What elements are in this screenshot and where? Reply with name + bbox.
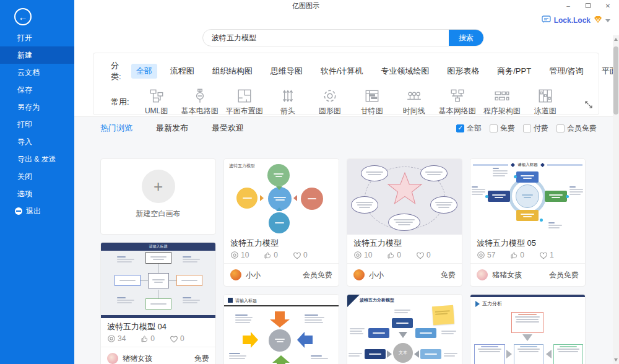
likes-stat[interactable]: 0 [141,334,155,343]
common-arrows[interactable]: 箭头 [271,88,305,116]
maximize-button[interactable] [578,0,598,11]
template-card-porter-05[interactable]: 请输入标题 [470,158,586,287]
main-area: Lock.Lock 搜索 分类: 全部 流程图 组织结构图 思维导图 软件/计算… [74,11,619,364]
author-avatar [353,269,365,280]
tab-newest[interactable]: 最新发布 [156,123,188,134]
sidebar-item-save-as[interactable]: 另存为 [0,98,74,116]
template-card-five-force[interactable]: 五力分析 [470,294,586,364]
back-arrow-icon: ← [19,12,28,22]
close-button[interactable]: ✕ [598,0,618,11]
vip-badge-icon [594,15,602,25]
price-label: 会员免费 [549,270,579,280]
template-card-porter-analysis[interactable]: 波特五力分析模型 文本 [347,294,462,364]
template-title: 波特五力模型 [347,235,462,247]
titlebar: 亿图图示 – ✕ [74,0,619,11]
category-all[interactable]: 全部 [131,64,157,79]
author-name: 猪猪女孩 [492,270,522,280]
common-swimlane[interactable]: 泳道图 [528,88,563,116]
category-mindmap[interactable]: 思维导图 [266,64,308,79]
tab-hot[interactable]: 热门浏览 [100,123,132,134]
architecture-icon [494,88,510,104]
new-canvas-label: 新建空白画布 [101,209,215,219]
category-management[interactable]: 管理/咨询 [544,64,589,79]
common-gantt[interactable]: 甘特图 [355,88,389,116]
template-title: 波特五力模型 04 [101,318,215,331]
sidebar-item-import[interactable]: 导入 [0,133,74,150]
sidebar-item-new[interactable]: 新建 [0,46,74,64]
common-circular[interactable]: 圆形图 [313,88,347,116]
template-thumbnail: 波特五力分析模型 文本 [347,295,462,364]
price-label: 会员免费 [303,270,332,280]
common-architecture[interactable]: 程序架构图 [483,88,521,116]
checkbox-paid-box[interactable] [523,124,531,132]
checkbox-paid[interactable]: 付费 [523,123,548,134]
categories-label: 分类: [111,60,121,82]
category-professional[interactable]: 专业领域绘图 [376,64,434,79]
sidebar-item-print[interactable]: 打印 [0,116,74,133]
views-stat: 10 [230,251,249,259]
views-stat: 34 [107,334,126,343]
scroll-down-icon[interactable] [614,358,618,362]
template-thumbnail: 五力分析 [470,295,585,364]
quit-minus-icon [15,207,22,215]
author-name: 猪猪女孩 [123,353,152,364]
swimlane-icon [537,88,553,104]
scroll-up-icon[interactable] [614,38,618,41]
likes-stat[interactable]: 0 [387,251,401,259]
scrollbar-thumb[interactable] [613,46,618,115]
sidebar-item-save[interactable]: 保存 [0,81,74,98]
checkbox-free-box[interactable] [490,124,498,132]
template-card-porter-star[interactable]: 波特五力模型 10 0 0 小小 免费 [347,158,462,287]
back-button[interactable]: ← [14,8,32,25]
plus-icon[interactable]: + [142,170,175,203]
template-card-porter-arrows[interactable]: 请输入标题 [223,294,339,364]
common-uml[interactable]: UML图 [139,88,174,116]
template-card-porter-04[interactable]: 请输入标题 [100,242,216,364]
checkbox-all[interactable]: 全部 [456,123,482,134]
account-dropdown-icon[interactable] [605,19,610,22]
checkbox-member-free[interactable]: 会员免费 [556,123,597,134]
checkbox-all-box[interactable] [456,124,464,132]
sidebar-item-close[interactable]: 关闭 [0,168,74,185]
common-network[interactable]: 基本网络图 [439,88,476,116]
favorites-stat[interactable]: 0 [293,251,308,259]
sidebar-item-cloud[interactable]: 云文档 [0,64,74,81]
favorites-stat[interactable]: 1 [539,251,554,259]
common-floorplan[interactable]: 平面布置图 [226,88,263,116]
scrollbar[interactable] [613,35,619,364]
sidebar-item-open[interactable]: 打开 [0,29,74,46]
views-stat: 57 [477,251,495,259]
category-business-ppt[interactable]: 商务/PPT [492,64,536,79]
message-icon[interactable] [542,15,551,25]
template-card-porter-bubbles[interactable]: 波特五力模型 波特五力模型 10 0 [223,158,339,287]
sidebar-item-export-send[interactable]: 导出 & 发送 [0,150,74,168]
search-button[interactable]: 搜索 [449,29,483,46]
likes-stat[interactable]: 0 [264,251,278,259]
category-flowchart[interactable]: 流程图 [165,64,199,79]
template-title: 波特五力模型 05 [470,235,585,247]
search-bar: 搜索 [202,29,484,46]
price-label: 免费 [194,353,209,364]
account-area: Lock.Lock [542,15,610,25]
category-software[interactable]: 软件/计算机 [316,64,368,79]
arrows-icon [280,88,296,104]
price-label: 免费 [441,270,456,280]
search-input[interactable] [203,33,449,42]
author-avatar [230,269,241,280]
new-blank-canvas-card[interactable]: + 新建空白画布 [100,158,216,235]
tab-popular[interactable]: 最受欢迎 [212,123,244,134]
favorites-stat[interactable]: 0 [170,334,184,343]
account-name[interactable]: Lock.Lock [554,16,591,25]
category-graphics[interactable]: 图形表格 [442,64,484,79]
minimize-button[interactable]: – [558,0,578,11]
common-circuit[interactable]: 基本电路图 [181,88,219,116]
sidebar-item-quit[interactable]: 退出 [0,202,74,220]
likes-stat[interactable]: 0 [510,251,524,259]
common-timeline[interactable]: 时间线 [397,88,431,116]
checkbox-member-free-box[interactable] [556,124,565,132]
collapse-panel-icon[interactable] [584,100,593,111]
checkbox-free[interactable]: 免费 [490,123,515,134]
sidebar-item-options[interactable]: 选项 [0,185,74,202]
favorites-stat[interactable]: 0 [416,251,431,259]
category-orgchart[interactable]: 组织结构图 [207,64,258,79]
